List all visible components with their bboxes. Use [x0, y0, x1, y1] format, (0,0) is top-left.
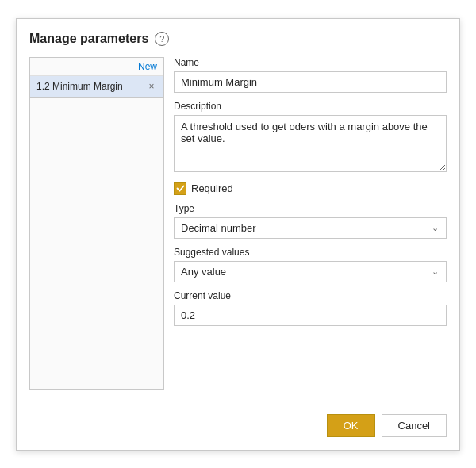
dialog-header: Manage parameters ? — [29, 32, 447, 46]
current-value-field-group: Current value — [174, 290, 447, 326]
dialog-title: Manage parameters — [29, 32, 148, 46]
type-select[interactable]: Decimal number Whole number Text Date Da… — [174, 217, 447, 239]
name-input[interactable] — [174, 71, 447, 93]
close-icon[interactable]: × — [146, 81, 157, 92]
ok-button[interactable]: OK — [327, 414, 375, 437]
name-label: Name — [174, 57, 447, 68]
required-checkbox[interactable] — [174, 182, 186, 195]
description-label: Description — [174, 101, 447, 112]
suggested-values-select[interactable]: Any value List of values Range — [174, 261, 447, 282]
description-field-group: Description A threshold used to get oder… — [174, 101, 447, 175]
list-item[interactable]: 1.2 Minimum Margin × — [30, 76, 163, 98]
manage-parameters-dialog: Manage parameters ? New 1.2 Minimum Marg… — [16, 18, 460, 451]
new-parameter-button[interactable]: New — [138, 61, 157, 72]
dialog-body: New 1.2 Minimum Margin × Name Descriptio… — [29, 57, 447, 390]
suggested-values-field-group: Suggested values Any value List of value… — [174, 247, 447, 282]
suggested-values-select-wrapper: Any value List of values Range ⌄ — [174, 261, 447, 282]
param-item-label: 1.2 Minimum Margin — [36, 81, 123, 92]
left-panel: New 1.2 Minimum Margin × — [29, 57, 164, 390]
dialog-footer: OK Cancel — [29, 406, 447, 437]
right-panel: Name Description A threshold used to get… — [174, 57, 447, 390]
type-label: Type — [174, 203, 447, 214]
left-panel-header: New — [30, 58, 163, 76]
type-select-wrapper: Decimal number Whole number Text Date Da… — [174, 217, 447, 239]
help-icon[interactable]: ? — [155, 32, 169, 46]
suggested-values-label: Suggested values — [174, 247, 447, 258]
current-value-input[interactable] — [174, 305, 447, 326]
required-label: Required — [191, 182, 233, 194]
description-textarea[interactable]: A threshold used to get oders with a mar… — [174, 115, 447, 172]
type-field-group: Type Decimal number Whole number Text Da… — [174, 203, 447, 239]
name-field-group: Name — [174, 57, 447, 93]
current-value-label: Current value — [174, 290, 447, 301]
required-checkbox-row: Required — [174, 182, 447, 195]
cancel-button[interactable]: Cancel — [382, 414, 447, 437]
